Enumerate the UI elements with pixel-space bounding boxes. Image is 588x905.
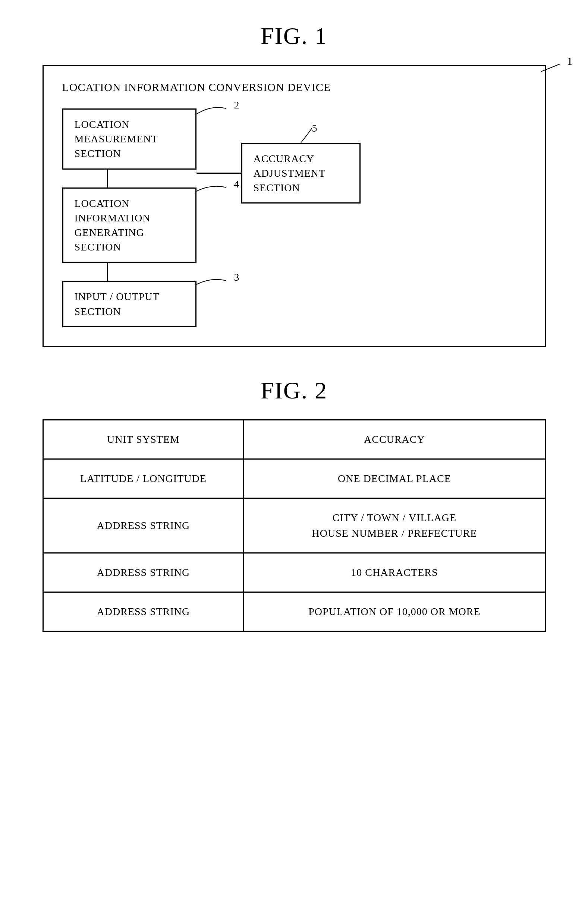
accuracy-block: ACCURACYADJUSTMENTSECTION (241, 143, 361, 204)
block5-number: 5 (312, 122, 317, 134)
measurement-label: LOCATIONMEASUREMENTSECTION (75, 119, 158, 159)
left-blocks: LOCATIONMEASUREMENTSECTION 2 LOCATIONINF… (62, 108, 197, 327)
fig1-title: FIG. 1 (30, 22, 558, 50)
fig2-section: FIG. 2 UNIT SYSTEM ACCURACY LATITUDE / L… (30, 377, 558, 632)
io-block: INPUT / OUTPUTSECTION (62, 281, 197, 327)
block3-number: 3 (234, 272, 239, 283)
device-number-line (541, 60, 563, 75)
fig2-table: UNIT SYSTEM ACCURACY LATITUDE / LONGITUD… (43, 419, 546, 632)
header-accuracy: ACCURACY (244, 420, 545, 459)
vert-connector-2 (107, 263, 108, 281)
header-unit-system: UNIT SYSTEM (43, 420, 244, 459)
io-label: INPUT / OUTPUTSECTION (75, 291, 160, 317)
table-row: LATITUDE / LONGITUDE ONE DECIMAL PLACE (43, 459, 545, 498)
device-label: LOCATION INFORMATION CONVERSION DEVICE (62, 81, 526, 94)
row4-accuracy: POPULATION OF 10,000 OR MORE (244, 592, 545, 631)
row3-accuracy: 10 CHARACTERS (244, 553, 545, 592)
block2-number-line (193, 103, 230, 118)
table-row: ADDRESS STRING CITY / TOWN / VILLAGEHOUS… (43, 498, 545, 553)
table-header-row: UNIT SYSTEM ACCURACY (43, 420, 545, 459)
device-number: 1 (567, 55, 573, 67)
generating-block-wrapper: LOCATIONINFORMATIONGENERATINGSECTION 4 (62, 187, 197, 263)
measurement-block-wrapper: LOCATIONMEASUREMENTSECTION 2 (62, 108, 197, 170)
vert-connector-1 (107, 170, 108, 187)
horiz-line (197, 173, 241, 174)
row3-unit: ADDRESS STRING (43, 553, 244, 592)
generating-block: LOCATIONINFORMATIONGENERATINGSECTION (62, 187, 197, 263)
row4-unit: ADDRESS STRING (43, 592, 244, 631)
table-row: ADDRESS STRING 10 CHARACTERS (43, 553, 545, 592)
accuracy-label: ACCURACYADJUSTMENTSECTION (254, 153, 326, 194)
device-container: LOCATION INFORMATION CONVERSION DEVICE 1… (43, 65, 546, 347)
fig2-title: FIG. 2 (30, 377, 558, 405)
io-block-wrapper: INPUT / OUTPUTSECTION 3 (62, 281, 197, 327)
block5-number-line (271, 126, 316, 144)
measurement-block: LOCATIONMEASUREMENTSECTION (62, 108, 197, 170)
fig2-table-container: UNIT SYSTEM ACCURACY LATITUDE / LONGITUD… (43, 419, 546, 632)
main-layout: LOCATIONMEASUREMENTSECTION 2 LOCATIONINF… (62, 108, 526, 327)
table-row: ADDRESS STRING POPULATION OF 10,000 OR M… (43, 592, 545, 631)
generating-label: LOCATIONINFORMATIONGENERATINGSECTION (75, 198, 151, 253)
row2-accuracy: CITY / TOWN / VILLAGEHOUSE NUMBER / PREF… (244, 498, 545, 553)
horizontal-connector-area: ACCURACYADJUSTMENTSECTION 5 (197, 143, 361, 204)
block2-number: 2 (234, 99, 239, 111)
block3-number-line (193, 275, 230, 288)
accuracy-block-wrapper: ACCURACYADJUSTMENTSECTION 5 (241, 143, 361, 204)
row1-accuracy: ONE DECIMAL PLACE (244, 459, 545, 498)
svg-line-0 (541, 64, 559, 71)
row1-unit: LATITUDE / LONGITUDE (43, 459, 244, 498)
row2-unit: ADDRESS STRING (43, 498, 244, 553)
